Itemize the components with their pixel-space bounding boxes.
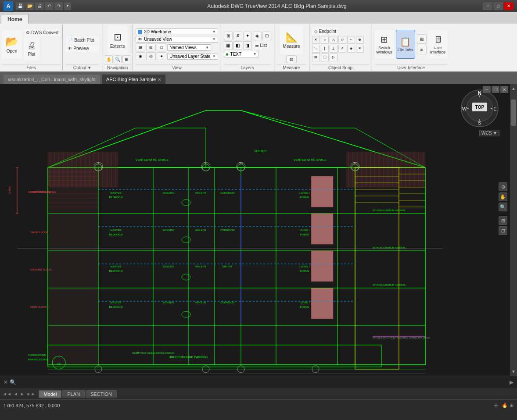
crosshair-icon[interactable]: ✛ (494, 402, 498, 409)
svg-text:DIN PAT: DIN PAT (223, 265, 233, 268)
doc-tab-aec[interactable]: AEC Bldg Plan Sample ✕ (102, 75, 165, 84)
svg-text:UNDERGROUND PARKING: UNDERGROUND PARKING (169, 356, 208, 359)
ui-btn1[interactable]: ⊞ (417, 34, 427, 44)
view-box2[interactable]: ⊟ (146, 43, 156, 51)
dwg-minimize-button[interactable]: ─ (483, 86, 491, 93)
scroll-up-arrow[interactable]: ▲ (511, 86, 516, 91)
extents-button[interactable]: ⊡ Extents (108, 25, 128, 54)
doc-tab-visualization[interactable]: visualization_-_Con...inium_with_skyligh… (4, 75, 100, 84)
file-tabs-button[interactable]: 📋 File Tabs (396, 30, 415, 59)
minimize-button[interactable]: ─ (483, 2, 492, 10)
unsaved-view-dropdown[interactable]: 👁 Unsaved View ▼ (136, 36, 218, 43)
orbit-tool[interactable]: ⊕ (499, 182, 507, 191)
list-button[interactable]: ☰ List (253, 42, 269, 49)
snap-btn4[interactable]: ◇ (338, 36, 346, 44)
plan-tab[interactable]: PLAN (62, 390, 85, 398)
snap-btn11[interactable]: ◈ (347, 45, 355, 53)
layer-state-dropdown[interactable]: Unsaved Layer State ▼ (167, 53, 218, 60)
open-button[interactable]: 📂 Open (2, 30, 22, 59)
dwg-restore-button[interactable]: ❐ (492, 86, 499, 93)
cmd-chevron[interactable]: ▶ (510, 379, 513, 385)
layer-btn6[interactable]: ▦ (224, 41, 233, 50)
measure-extra-btn[interactable]: ⊡ (286, 55, 297, 63)
snap-btn15[interactable]: ▷ (330, 53, 337, 61)
nav-extra-icon-btn[interactable]: ⊞ (122, 55, 130, 63)
quick-open-icon[interactable]: 📂 (25, 2, 34, 10)
snap-btn9[interactable]: ⊥ (330, 45, 337, 53)
scroll-down-arrow[interactable]: ▼ (511, 369, 516, 374)
tool-btn5[interactable]: ⊡ (499, 226, 507, 235)
view-style-dropdown[interactable]: 2D Wireframe ▼ (136, 28, 218, 35)
section-tab[interactable]: SECTION (86, 390, 117, 398)
command-input[interactable] (18, 380, 508, 385)
scroll-thumb[interactable] (511, 100, 516, 126)
status-icon-1[interactable]: 🔥 (502, 402, 508, 408)
preview-button[interactable]: 👁 Preview (65, 45, 99, 52)
user-interface-button[interactable]: 🖥 User Interface (428, 30, 448, 59)
navigation-group-label: Navigation (104, 64, 131, 70)
snap-btn12[interactable]: ≡ (356, 45, 364, 53)
zoom-icon-btn[interactable]: 🔍 (114, 55, 122, 63)
tool-btn4[interactable]: ⊞ (499, 216, 507, 225)
dwg-close-button[interactable]: ✕ (500, 86, 508, 93)
pan-icon-btn[interactable]: ✋ (105, 55, 113, 63)
layer-btn4[interactable]: ◈ (253, 32, 262, 40)
model-tab[interactable]: Model (39, 390, 61, 398)
right-scrollbar[interactable]: ▲ ▼ (510, 84, 517, 376)
doc-tab-close-icon[interactable]: ✕ (158, 77, 161, 82)
maximize-button[interactable]: □ (493, 2, 503, 10)
layer-btn5[interactable]: ⊡ (262, 32, 271, 40)
zoom-tool[interactable]: 🔍 (499, 203, 507, 211)
quick-redo-icon[interactable]: ↷ (54, 2, 63, 10)
close-button[interactable]: ✕ (504, 2, 513, 10)
named-views-dropdown[interactable]: Named Views ▼ (167, 44, 211, 51)
ribbon-group-measure: 📐 Measure ⊡ Measure (274, 24, 309, 71)
svg-text:ENSUITE: ENSUITE (163, 301, 174, 304)
measure-button[interactable]: 📐 Measure (280, 25, 303, 54)
dwg-convert-button[interactable]: ⚙ DWG Convert (24, 29, 61, 36)
layer-btn2[interactable]: ✗ (233, 32, 242, 40)
layer-btn3[interactable]: ✦ (243, 32, 252, 40)
layer-text-dropdown[interactable]: ■ TEXT ▼ (224, 51, 259, 57)
quick-save-icon[interactable]: 💾 (16, 2, 25, 10)
quick-dropdown-icon[interactable]: ▼ (64, 2, 71, 10)
batch-plot-button[interactable]: 📄 Batch Plot (65, 36, 99, 44)
status-icon-2[interactable]: ⊞ (510, 402, 513, 408)
svg-text:MASTER: MASTER (110, 265, 122, 268)
endpoint-button[interactable]: ◇ Endpoint (312, 28, 338, 35)
layer-vis-btn1[interactable]: ◉ (136, 52, 145, 60)
search-cmd-icon[interactable]: 🔍 (10, 379, 16, 385)
snap-btn5[interactable]: + (347, 36, 355, 44)
view-box3[interactable]: □ (157, 43, 166, 51)
layer-vis-btn3[interactable]: ● (157, 52, 166, 60)
tab-nav-last[interactable]: ►► (26, 392, 36, 396)
pan-tool[interactable]: ✋ (499, 192, 507, 201)
snap-btn7[interactable]: ⋱ (312, 45, 320, 53)
tab-nav-next[interactable]: ► (19, 392, 25, 396)
tab-nav-first[interactable]: ◄◄ (2, 392, 12, 396)
snap-btn14[interactable]: 〇 (321, 53, 329, 61)
ui-btn2[interactable]: ≡ (417, 45, 427, 54)
layer-btn8[interactable]: ◨ (243, 41, 252, 50)
tab-home[interactable]: Home (1, 14, 29, 24)
snap-btn13[interactable]: ⊞ (312, 53, 320, 61)
tab-nav-prev[interactable]: ◄ (13, 392, 19, 396)
snap-btn1[interactable]: ✕ (312, 36, 320, 44)
layer-vis-btn2[interactable]: ◎ (146, 52, 156, 60)
snap-btn3[interactable]: △ (330, 36, 337, 44)
snap-btn8[interactable]: ∥ (321, 45, 329, 53)
output-expand-icon[interactable]: ▼ (87, 65, 92, 70)
snap-btn6[interactable]: ⊕ (356, 36, 364, 44)
quick-print-icon[interactable]: 🖨 (35, 2, 44, 10)
switch-windows-button[interactable]: ⊞ Switch Windows (375, 30, 394, 59)
view-box1[interactable]: ⊞ (136, 43, 145, 51)
snap-btn10[interactable]: ↗ (338, 45, 346, 53)
plot-button[interactable]: 🖨 Plot (24, 37, 39, 60)
svg-text:3c: 3c (353, 162, 357, 165)
quick-undo-icon[interactable]: ↶ (45, 2, 54, 10)
close-cmd-icon[interactable]: ✕ (4, 379, 8, 385)
layer-btn7[interactable]: ◧ (233, 41, 242, 50)
layer-btn1[interactable]: ⊞ (224, 32, 233, 40)
snap-btn2[interactable]: ○ (321, 36, 329, 44)
svg-text:ENSUITE: ENSUITE (163, 192, 174, 194)
